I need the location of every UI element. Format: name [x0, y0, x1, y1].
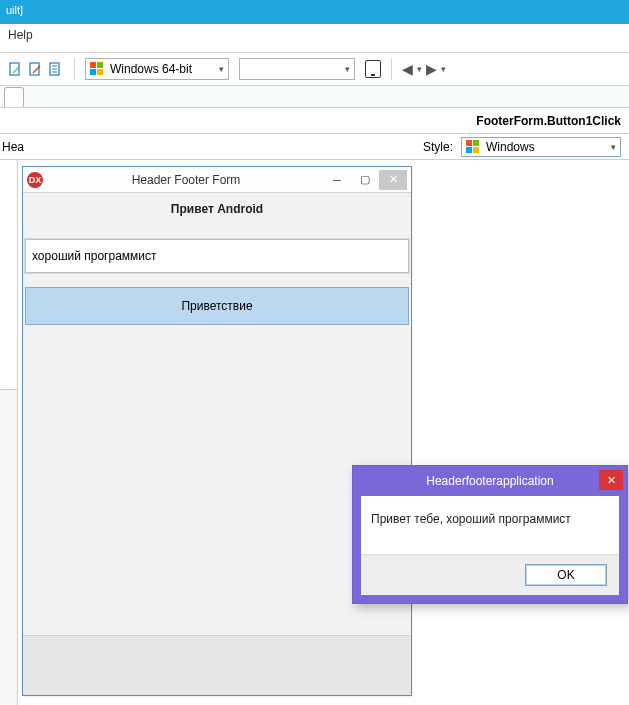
dialog-title: Headerfooterapplication — [426, 474, 553, 488]
close-button[interactable]: ✕ — [379, 170, 407, 190]
form-window: DX Header Footer Form ─ ▢ ✕ Привет Andro… — [22, 166, 412, 696]
dialog-body: Привет тебе, хороший программист OK — [361, 496, 619, 595]
dialog-button-row: OK — [361, 555, 619, 595]
window-buttons: ─ ▢ ✕ — [323, 170, 407, 190]
svg-rect-5 — [90, 69, 96, 75]
chevron-down-icon[interactable]: ▾ — [441, 64, 446, 74]
svg-rect-10 — [473, 147, 479, 153]
windows-flag-icon — [466, 140, 480, 154]
right-gutter — [419, 160, 629, 705]
toolbar-file-group — [8, 61, 64, 77]
style-block: Style: Windows ▾ — [423, 137, 629, 157]
platform-selector[interactable]: Windows 64-bit ▾ — [85, 58, 229, 80]
dialog-message: Привет тебе, хороший программист — [361, 496, 619, 555]
nav-group: ◀ ▾ ▶ ▾ — [402, 61, 446, 77]
toolbar-separator — [74, 58, 75, 80]
windows-flag-icon — [90, 62, 104, 76]
greet-button[interactable]: Приветствие — [25, 287, 409, 325]
toolbar: Windows 64-bit ▾ ▾ ◀ ▾ ▶ ▾ — [0, 52, 629, 86]
svg-rect-7 — [466, 140, 472, 146]
nav-forward-icon[interactable]: ▶ — [426, 61, 437, 77]
device-selector[interactable]: ▾ — [239, 58, 355, 80]
style-combo[interactable]: Windows ▾ — [461, 137, 621, 157]
design-side-strip — [0, 160, 18, 705]
nav-back-icon[interactable]: ◀ — [402, 61, 413, 77]
form-footer-panel — [23, 635, 411, 695]
design-strip-top — [0, 160, 17, 390]
name-input[interactable]: хороший программист — [25, 239, 409, 273]
menu-bar: Help — [0, 24, 629, 52]
heading-strip: Hea Style: Windows ▾ — [0, 134, 629, 160]
device-icon[interactable] — [365, 60, 381, 78]
heading-left-fragment: Hea — [0, 140, 24, 154]
chevron-down-icon: ▾ — [219, 64, 224, 74]
work-area: DX Header Footer Form ─ ▢ ✕ Привет Andro… — [0, 160, 629, 705]
chevron-down-icon: ▾ — [611, 142, 616, 152]
platform-label: Windows 64-bit — [110, 62, 192, 76]
file-new-icon[interactable] — [8, 61, 24, 77]
maximize-button[interactable]: ▢ — [351, 170, 379, 190]
style-value: Windows — [486, 140, 535, 154]
design-strip-dotgrid — [0, 390, 17, 705]
form-header-label: Привет Android — [23, 193, 411, 225]
svg-rect-3 — [90, 62, 96, 68]
svg-rect-4 — [97, 62, 103, 68]
greet-button-label: Приветствие — [181, 299, 252, 313]
toolbar-separator — [391, 58, 392, 80]
chevron-down-icon: ▾ — [345, 64, 350, 74]
dialog-ok-button[interactable]: OK — [525, 564, 607, 586]
dialog-close-button[interactable]: ✕ — [599, 470, 623, 490]
app-badge-icon: DX — [27, 172, 43, 188]
file-list-icon[interactable] — [48, 61, 64, 77]
file-open-icon[interactable] — [28, 61, 44, 77]
form-title-bar[interactable]: DX Header Footer Form ─ ▢ ✕ — [23, 167, 411, 193]
chevron-down-icon[interactable]: ▾ — [417, 64, 422, 74]
breadcrumb-tail[interactable]: FooterForm.Button1Click — [476, 114, 621, 128]
form-title: Header Footer Form — [49, 173, 323, 187]
svg-rect-8 — [473, 140, 479, 146]
message-dialog: Headerfooterapplication ✕ Привет тебе, х… — [352, 465, 628, 604]
name-input-value: хороший программист — [32, 249, 157, 263]
style-label: Style: — [423, 140, 453, 154]
svg-rect-6 — [97, 69, 103, 75]
svg-rect-9 — [466, 147, 472, 153]
ide-title-fragment: uilt] — [6, 4, 23, 16]
menu-help[interactable]: Help — [8, 28, 33, 42]
tab-partial[interactable] — [4, 87, 24, 107]
editor-tabs — [0, 86, 629, 108]
dialog-title-bar[interactable]: Headerfooterapplication — [353, 466, 627, 496]
minimize-button[interactable]: ─ — [323, 170, 351, 190]
ide-title-bar: uilt] — [0, 0, 629, 24]
breadcrumb-bar: FooterForm.Button1Click — [0, 108, 629, 134]
